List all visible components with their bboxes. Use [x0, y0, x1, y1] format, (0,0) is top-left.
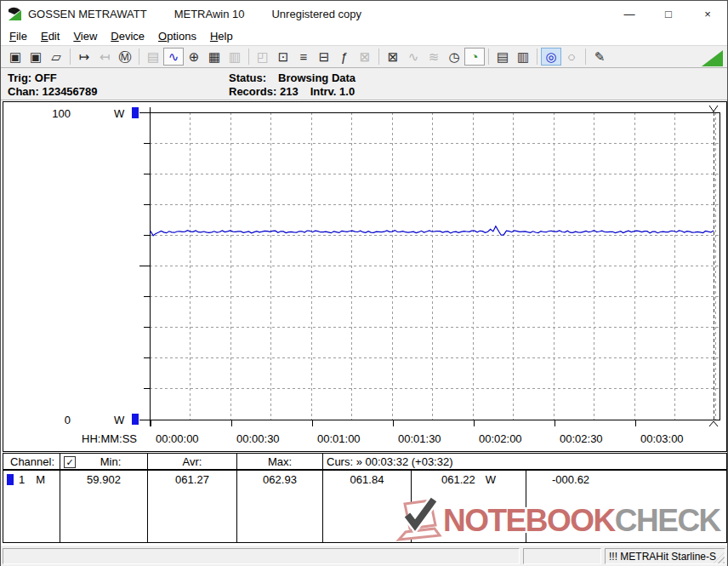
print-preview-icon[interactable]: ▤: [492, 48, 513, 66]
menu-edit[interactable]: Edit: [34, 28, 66, 44]
trigger-status: Trig: OFF: [8, 71, 98, 85]
screen-record-icon[interactable]: ⊡: [273, 48, 293, 66]
toolbar-separator: [378, 49, 379, 65]
channel-visible-checkbox[interactable]: ✓: [64, 456, 76, 468]
acquisition-info-strip: Trig: OFF Chan: 123456789 Status:Browsin…: [1, 67, 727, 100]
channel-color-marker: [7, 474, 14, 485]
menu-view[interactable]: View: [66, 28, 104, 44]
analog-signal-icon: ∿: [403, 48, 424, 66]
x-tick-label: 00:01:00: [317, 432, 361, 445]
channel-marker-bottom: [132, 414, 139, 425]
menu-file[interactable]: File: [3, 28, 34, 44]
status-label: Status:: [229, 71, 266, 84]
toolbar-separator: [248, 49, 249, 65]
cursor-b-unit: W: [486, 473, 496, 486]
checkbox-check-icon: ✓: [65, 458, 73, 467]
save-icon[interactable]: ▣: [5, 48, 26, 66]
x-tick-label: 00:01:30: [398, 432, 441, 445]
titlebar-app-title: METRAwin 10: [174, 8, 245, 20]
channel-marker-top: [132, 107, 139, 118]
save-as-icon[interactable]: ▣: [26, 48, 46, 66]
menubar: FileEditViewDeviceOptionsHelp: [1, 26, 727, 45]
toolbar-separator: [70, 49, 71, 65]
cursor-handle-top[interactable]: [709, 106, 718, 112]
annotation-icon[interactable]: ✎: [589, 48, 610, 66]
cursor-b-number: 061.22: [441, 473, 475, 486]
status-value: Browsing Data: [278, 71, 355, 84]
window-controls: — □ ×: [610, 1, 727, 26]
maximize-button[interactable]: □: [649, 1, 688, 26]
app-logo-icon: [8, 7, 22, 21]
cell-cursor-a-value: 061.84: [323, 471, 412, 542]
col-header-min: ✓ Min:: [60, 454, 148, 471]
menu-options[interactable]: Options: [151, 28, 203, 44]
channel-table: Channel: ✓ Min: Avr: Max: Curs: » 00:03:…: [3, 453, 727, 543]
x-tick-label: 00:02:00: [479, 432, 522, 445]
cell-min-value: 59.902: [60, 471, 148, 542]
metrawatt-corner-logo: [702, 50, 723, 66]
formula-icon[interactable]: ƒ: [334, 48, 355, 66]
live-meter-icon[interactable]: ◔: [464, 48, 485, 66]
display-setup-icon[interactable]: ⊟: [314, 48, 334, 66]
interval-value: Intrv. 1.0: [310, 85, 355, 98]
channel-list: Chan: 123456789: [8, 85, 98, 99]
col-header-min-label: Min:: [100, 455, 122, 468]
device-config-icon: ⊠: [355, 48, 375, 66]
close-button[interactable]: ×: [688, 1, 727, 26]
menu-help[interactable]: Help: [203, 28, 240, 44]
curve-chart-icon[interactable]: ∿: [163, 48, 184, 66]
y-min-label: 0: [65, 414, 71, 426]
toolbar-separator: [139, 49, 139, 65]
open-file-icon[interactable]: ▱: [46, 48, 66, 66]
zoom-out-icon[interactable]: ◌: [561, 48, 582, 66]
menu-device[interactable]: Device: [104, 28, 151, 44]
cursor-handle-bottom[interactable]: [709, 421, 718, 426]
sample-signal-icon: ≋: [424, 48, 444, 66]
stored-data-icon: ▤: [143, 48, 163, 66]
device-connect-icon[interactable]: ⊠: [383, 48, 403, 66]
trend-chart: 00:00:0000:00:3000:01:0000:01:3000:02:00…: [3, 102, 726, 451]
cell-delta-value: -000.62: [526, 471, 726, 542]
cell-cursor-b-value: 061.22 W: [412, 471, 526, 542]
y-unit-top-label: W: [114, 107, 125, 120]
col-header-cursor: Curs: » 00:03:32 (+03:32): [323, 454, 726, 471]
x-tick-label: 00:00:00: [156, 432, 199, 445]
statusbar: !!! METRAHit Starline-S: [1, 546, 727, 566]
x-tick-label: 00:00:30: [236, 432, 280, 445]
memory-read-icon[interactable]: Ⓜ: [115, 48, 135, 66]
histogram-icon: ▥: [225, 48, 245, 66]
toolbar: ▣▣▱↦↤Ⓜ▤∿⊕▦▥◰⊡≡⊟ƒ⊠⊠∿≋◷◔▤▥◎◌✎: [1, 45, 727, 67]
titlebar-license: Unregistered copy: [271, 8, 361, 20]
cell-max-value: 062.93: [237, 471, 323, 542]
col-header-max: Max:: [237, 454, 323, 471]
y-unit-bottom-label: W: [114, 414, 125, 426]
print-icon[interactable]: ▥: [513, 48, 533, 66]
col-header-channel: Channel:: [3, 454, 60, 471]
timer-read-icon[interactable]: ◷: [444, 48, 464, 66]
toolbar-separator: [488, 49, 489, 65]
device-read-icon: ↤: [94, 48, 115, 66]
y-max-label: 100: [52, 107, 71, 120]
zoom-chart-icon[interactable]: ◎: [541, 48, 561, 66]
device-message: !!! METRAHit Starline-S: [609, 551, 716, 563]
x-tick-label: 00:03:00: [640, 432, 684, 445]
cell-avr-value: 061.27: [148, 471, 237, 542]
statusbar-panel-main: [3, 548, 520, 564]
table-view-icon[interactable]: ▦: [204, 48, 225, 66]
records-count: Records: 213: [229, 85, 299, 98]
channel-list-icon[interactable]: ≡: [293, 48, 314, 66]
toolbar-separator: [537, 49, 537, 65]
channel-mode: M: [36, 473, 45, 486]
toolbar-separator: [585, 49, 586, 65]
statusbar-panel-mid: [523, 548, 601, 564]
minimize-button[interactable]: —: [610, 1, 649, 26]
x-tick-label: 00:02:30: [560, 432, 603, 445]
crosshair-icon[interactable]: ⊕: [184, 48, 204, 66]
table-row-channel-cell[interactable]: 1 M: [3, 471, 60, 542]
device-send-icon[interactable]: ↦: [74, 48, 94, 66]
titlebar: GOSSEN METRAWATT METRAwin 10 Unregistere…: [1, 1, 727, 26]
metrawin-window: GOSSEN METRAWATT METRAwin 10 Unregistere…: [0, 0, 728, 566]
dual-display-icon: ◰: [253, 48, 273, 66]
x-axis-unit-label: HH:MM:SS: [82, 432, 137, 445]
statusbar-panel-device: !!! METRAHit Starline-S: [605, 548, 725, 564]
